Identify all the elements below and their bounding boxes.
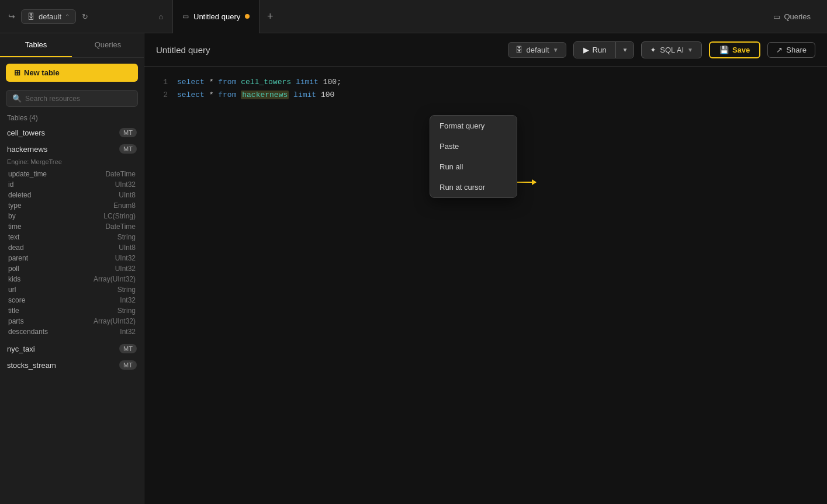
editor-db-chevron-icon: ▼ xyxy=(553,47,559,53)
schema-row: byLC(String) xyxy=(0,211,144,221)
query-tab[interactable]: ▭ Untitled query xyxy=(173,0,259,33)
schema-row: textString xyxy=(0,232,144,242)
schema-row: titleString xyxy=(0,305,144,316)
queries-label: Queries xyxy=(784,12,811,21)
table-name-cell-towers: cell_towers xyxy=(7,128,45,137)
sidebar-item-nyc-taxi[interactable]: nyc_taxi MT xyxy=(0,340,144,357)
add-tab-icon: + xyxy=(267,11,274,23)
sidebar-item-cell-towers[interactable]: cell_towers MT xyxy=(0,124,144,141)
code-line-1: 1 select * from cell_towers limit 100; xyxy=(144,76,827,89)
table-badge-cell-towers: MT xyxy=(119,128,137,137)
schema-field: parent xyxy=(8,254,28,262)
schema-field: id xyxy=(8,180,13,189)
query-tab-label: Untitled query xyxy=(193,12,240,21)
search-input[interactable] xyxy=(25,95,132,103)
tabs-area: ⌂ ▭ Untitled query + xyxy=(150,0,765,33)
share-button[interactable]: ↗ Share xyxy=(767,42,815,58)
top-bar-right: ▭ Queries xyxy=(769,10,821,23)
schema-list: update_timeDateTimeidUInt32deletedUInt8t… xyxy=(0,169,144,340)
sidebar-item-stocks-stream[interactable]: stocks_stream MT xyxy=(0,357,144,373)
schema-row: urlString xyxy=(0,284,144,295)
schema-type: String xyxy=(117,233,136,241)
engine-label: Engine: MergeTree xyxy=(0,157,144,169)
queries-icon: ▭ xyxy=(773,12,780,21)
search-icon: 🔍 xyxy=(12,94,22,103)
schema-type: UInt32 xyxy=(115,265,136,273)
schema-row: deletedUInt8 xyxy=(0,190,144,200)
schema-type: Int32 xyxy=(120,328,136,336)
share-label: Share xyxy=(786,46,807,54)
schema-type: Array(UInt32) xyxy=(94,275,136,283)
context-menu-item-0[interactable]: Format query xyxy=(430,116,517,136)
schema-type: LC(String) xyxy=(103,212,136,220)
editor-area: Untitled query 🗄 default ▼ ▶ Run ▼ ✦ SQL… xyxy=(144,33,827,504)
save-label: Save xyxy=(732,46,750,54)
db-selector-label: default xyxy=(39,12,61,21)
db-selector[interactable]: 🗄 default ⌃ xyxy=(21,9,76,24)
editor-header: Untitled query 🗄 default ▼ ▶ Run ▼ ✦ SQL… xyxy=(144,33,827,67)
sidebar-item-hackernews[interactable]: hackernews MT xyxy=(0,141,144,157)
run-button[interactable]: ▶ Run xyxy=(574,42,616,58)
code-line-2: 2 select * from hackernews limit 100 xyxy=(144,89,827,102)
schema-type: Array(UInt32) xyxy=(94,317,136,325)
page-title: Untitled query xyxy=(156,45,501,55)
new-table-button[interactable]: ⊞ New table xyxy=(6,64,138,82)
schema-type: UInt8 xyxy=(119,191,136,199)
schema-type: UInt8 xyxy=(119,244,136,252)
run-dropdown-button[interactable]: ▼ xyxy=(615,42,634,58)
home-icon: ⌂ xyxy=(159,12,164,21)
schema-field: title xyxy=(8,307,19,315)
schema-row: descendantsInt32 xyxy=(0,326,144,337)
share-icon: ↗ xyxy=(776,46,783,54)
schema-field: text xyxy=(8,233,19,241)
refresh-button[interactable]: ↻ xyxy=(79,10,91,23)
schema-type: String xyxy=(117,286,136,294)
main-content: Tables Queries ⊞ New table 🔍 Tables (4) … xyxy=(0,33,827,504)
schema-row: partsArray(UInt32) xyxy=(0,316,144,326)
tab-tables[interactable]: Tables xyxy=(0,33,72,57)
editor-db-selector[interactable]: 🗄 default ▼ xyxy=(508,42,566,58)
home-tab[interactable]: ⌂ xyxy=(150,0,173,33)
save-button[interactable]: 💾 Save xyxy=(709,41,760,58)
context-menu-item-3[interactable]: Run at cursor xyxy=(430,177,517,197)
schema-row: timeDateTime xyxy=(0,221,144,232)
schema-row: idUInt32 xyxy=(0,179,144,190)
sidebar: Tables Queries ⊞ New table 🔍 Tables (4) … xyxy=(0,33,144,504)
context-menu-item-1[interactable]: Paste xyxy=(430,136,517,157)
schema-type: DateTime xyxy=(105,223,136,231)
context-menu: Format queryPasteRun allRun at cursor xyxy=(430,115,517,198)
top-bar: ↪ 🗄 default ⌃ ↻ ⌂ ▭ Untitled query + ▭ Q… xyxy=(0,0,827,33)
back-icon[interactable]: ↪ xyxy=(6,9,18,23)
editor-db-name: default xyxy=(527,46,549,54)
schema-field: parts xyxy=(8,317,24,325)
schema-field: type xyxy=(8,201,22,210)
tab-unsaved-dot xyxy=(245,14,250,19)
schema-field: poll xyxy=(8,265,19,273)
schema-type: String xyxy=(117,307,136,315)
schema-field: url xyxy=(8,286,16,294)
run-label: Run xyxy=(593,46,607,54)
sql-ai-label: SQL AI xyxy=(660,46,684,54)
add-tab-button[interactable]: + xyxy=(259,0,281,33)
schema-type: Enum8 xyxy=(113,201,136,210)
context-menu-item-2[interactable]: Run all xyxy=(430,157,517,177)
run-button-group: ▶ Run ▼ xyxy=(573,41,635,58)
run-icon: ▶ xyxy=(583,46,589,54)
sql-ai-button[interactable]: ✦ SQL AI ▼ xyxy=(641,41,702,58)
schema-row: deadUInt8 xyxy=(0,242,144,253)
schema-field: kids xyxy=(8,275,20,283)
schema-type: UInt32 xyxy=(115,254,136,262)
top-bar-left: ↪ 🗄 default ⌃ ↻ xyxy=(6,9,146,24)
table-name-hackernews: hackernews xyxy=(7,145,47,154)
sql-ai-icon: ✦ xyxy=(650,46,656,54)
chevron-icon: ⌃ xyxy=(65,13,70,20)
table-name-nyc-taxi: nyc_taxi xyxy=(7,345,35,353)
schema-type: DateTime xyxy=(105,170,136,178)
schema-field: by xyxy=(8,212,16,220)
editor-db-icon: 🗄 xyxy=(515,46,523,54)
sql-ai-chevron-icon: ▼ xyxy=(687,47,693,53)
queries-button[interactable]: ▭ Queries xyxy=(769,10,815,23)
schema-field: update_time xyxy=(8,170,47,178)
tab-queries[interactable]: Queries xyxy=(72,33,144,57)
search-box: 🔍 xyxy=(6,90,138,107)
